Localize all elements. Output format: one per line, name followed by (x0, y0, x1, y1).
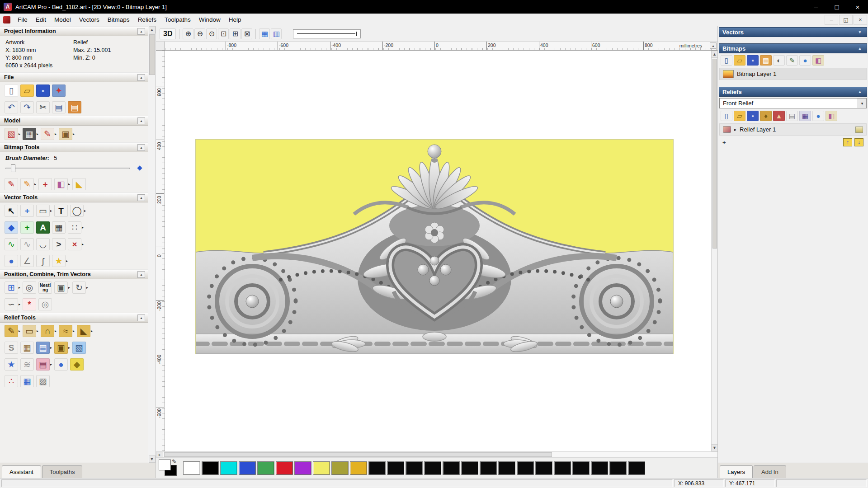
rectangle-tool-icon[interactable]: ▭ ▸ (36, 205, 52, 217)
text-tool-icon[interactable]: T ▸ (54, 205, 68, 217)
tab-add-in[interactable]: Add In (754, 465, 786, 478)
swatch-yellow[interactable] (313, 461, 330, 475)
scrollbar-track[interactable] (712, 58, 717, 444)
flood-fill-icon[interactable]: ◣ ▸ (72, 178, 86, 190)
extrude-vector-icon[interactable]: ● ▸ (5, 255, 18, 267)
paste-icon[interactable]: ▤ ▸ (68, 101, 81, 113)
section-header-model[interactable]: Model ▲ (0, 116, 148, 126)
move-layer-up-button[interactable]: ↑ (843, 138, 852, 146)
mdi-close-button[interactable]: × (854, 15, 867, 25)
flyout-arrow-icon[interactable]: ▸ (91, 329, 93, 333)
set-model-size-icon[interactable]: ▧ ▸ (5, 128, 20, 140)
section-header-bitmap-tools[interactable]: Bitmap Tools ▲ (0, 142, 148, 152)
collapse-section-icon[interactable]: ▲ (137, 194, 145, 201)
copy-icon[interactable]: ▤ ▸ (52, 101, 66, 113)
scroll-up-icon[interactable]: ▲ (710, 42, 717, 49)
swatch-black-4[interactable] (406, 461, 423, 475)
offset-relief-icon[interactable]: ◆ ▸ (70, 358, 84, 371)
canvas-2d-view[interactable] (165, 51, 711, 451)
tab-assistant[interactable]: Assistant (2, 465, 41, 478)
scroll-down-icon[interactable]: ▼ (711, 444, 718, 451)
swatch-green[interactable] (257, 461, 274, 475)
bitmaps-collapse-icon[interactable]: ▴ (856, 46, 863, 51)
make-grid-icon[interactable]: ▦ ▸ (52, 221, 66, 234)
zoom-out-icon[interactable]: ⊖ ▸ (194, 28, 205, 39)
menu-item[interactable]: Edit (32, 14, 50, 25)
transform-vectors-icon[interactable]: + ▸ (20, 205, 34, 217)
menu-item[interactable]: Reliefs (134, 14, 160, 25)
relief-shape-icon[interactable]: ▲ ▸ (773, 111, 785, 121)
fillet-icon[interactable]: ∠ ▸ (20, 255, 34, 267)
sphere-relief-icon[interactable]: ● ▸ (54, 358, 68, 371)
paint-selective-icon[interactable]: ✎ ▸ (20, 178, 36, 190)
relief-artwork[interactable] (196, 140, 673, 354)
weld-vectors-icon[interactable]: * ▸ (23, 298, 36, 310)
swatch-black-7[interactable] (461, 461, 478, 475)
zoom-in-icon[interactable]: ⊕ ▸ (183, 28, 193, 39)
paste-relief-icon[interactable]: ▤ ▸ (36, 358, 52, 371)
greyscale-view-icon[interactable]: ▦ ▸ (23, 128, 38, 140)
flyout-arrow-icon[interactable]: ▸ (50, 362, 52, 366)
spin-objects-icon[interactable]: ◎ ▸ (23, 282, 36, 294)
swatch-black-16[interactable] (628, 461, 645, 475)
smooth-polyline-icon[interactable]: ∿ ▸ (20, 238, 34, 250)
swatch-cyan[interactable] (220, 461, 237, 475)
swatch-black-5[interactable] (424, 461, 441, 475)
menu-item[interactable]: Vectors (75, 14, 104, 25)
scrollbar-thumb[interactable] (164, 452, 552, 457)
flyout-arrow-icon[interactable]: ▸ (84, 209, 86, 213)
flyout-arrow-icon[interactable]: ▸ (37, 329, 38, 333)
scrollbar-thumb[interactable] (149, 34, 155, 75)
palette-icon[interactable]: ◧ ▸ (54, 178, 70, 190)
flyout-arrow-icon[interactable]: ▸ (19, 132, 20, 136)
menu-item[interactable]: File (14, 14, 32, 25)
swatch-white[interactable] (183, 461, 200, 475)
flyout-arrow-icon[interactable]: ▸ (73, 329, 75, 333)
scrollbar-track[interactable] (163, 452, 717, 457)
swatch-red[interactable] (276, 461, 293, 475)
fit-curve-icon[interactable]: ◡ ▸ (36, 238, 50, 250)
collapse-section-icon[interactable]: ▲ (137, 144, 145, 151)
swatch-black-9[interactable] (498, 461, 515, 475)
brush-diameter-slider[interactable] (5, 163, 130, 174)
scroll-up-icon[interactable]: ▲ (149, 26, 156, 33)
bitmap-edit-icon[interactable]: ✎ ▸ (786, 55, 798, 66)
swatch-black-11[interactable] (535, 461, 552, 475)
copy-relief-icon[interactable]: ▣ ▸ (54, 342, 70, 354)
swatch-black-12[interactable] (554, 461, 571, 475)
bitmap-sphere-icon[interactable]: ● ▸ (799, 55, 811, 66)
open-model-icon[interactable]: ▱ ▸ (20, 84, 34, 97)
slider-thumb[interactable] (11, 164, 15, 172)
texture-relief-icon[interactable]: ▨ ▸ (36, 375, 50, 387)
array-copy-icon[interactable]: ∷ ▸ (68, 221, 84, 234)
reliefs-panel-header[interactable]: Reliefs ▴ (719, 87, 867, 97)
bitmaps-panel-header[interactable]: Bitmaps ▴ (719, 43, 867, 53)
swatch-black-10[interactable] (517, 461, 534, 475)
redo-icon[interactable]: ↷ ▸ (20, 101, 34, 113)
envelope-relief-icon[interactable]: ▧ ▸ (72, 342, 86, 354)
interlock-vectors-icon[interactable]: ◎ ▸ (38, 298, 52, 310)
close-button[interactable]: × (847, 0, 868, 14)
menu-item[interactable]: Toolpaths (160, 14, 195, 25)
relief-palette-icon[interactable]: ◧ ▸ (826, 111, 837, 121)
flyout-arrow-icon[interactable]: ▸ (68, 286, 70, 290)
section-header-vector-tools[interactable]: Vector Tools ▲ (0, 192, 148, 202)
flyout-arrow-icon[interactable]: ▸ (68, 346, 70, 350)
offset-vector-icon[interactable]: ◆ ▸ (5, 221, 18, 234)
swatch-black-13[interactable] (572, 461, 590, 475)
reliefs-collapse-icon[interactable]: ▴ (856, 89, 863, 94)
flyout-arrow-icon[interactable]: ▸ (68, 182, 70, 186)
menu-item[interactable]: Bitmaps (104, 14, 134, 25)
new-relief-layer-icon[interactable]: ▯ ▸ (721, 111, 732, 121)
section-header-position-combine-trim[interactable]: Position, Combine, Trim Vectors ▲ (0, 269, 148, 279)
section-header-relief-tools[interactable]: Relief Tools ▲ (0, 313, 148, 323)
relief-calculate-icon[interactable]: ▦ ▸ (799, 111, 811, 121)
star-relief-icon[interactable]: ★ ▸ (5, 358, 18, 371)
view-3d-button[interactable]: 3D (160, 28, 176, 39)
weave-relief-icon[interactable]: ▦ ▸ (20, 342, 34, 354)
active-colors-indicator[interactable]: ✎ (159, 460, 179, 477)
snap-guides-icon[interactable]: ▥ ▸ (271, 28, 282, 39)
swatch-black-14[interactable] (591, 461, 608, 475)
shape-editor-icon[interactable]: ∩ ▸ (41, 325, 57, 337)
swatch-gold[interactable] (350, 461, 367, 475)
